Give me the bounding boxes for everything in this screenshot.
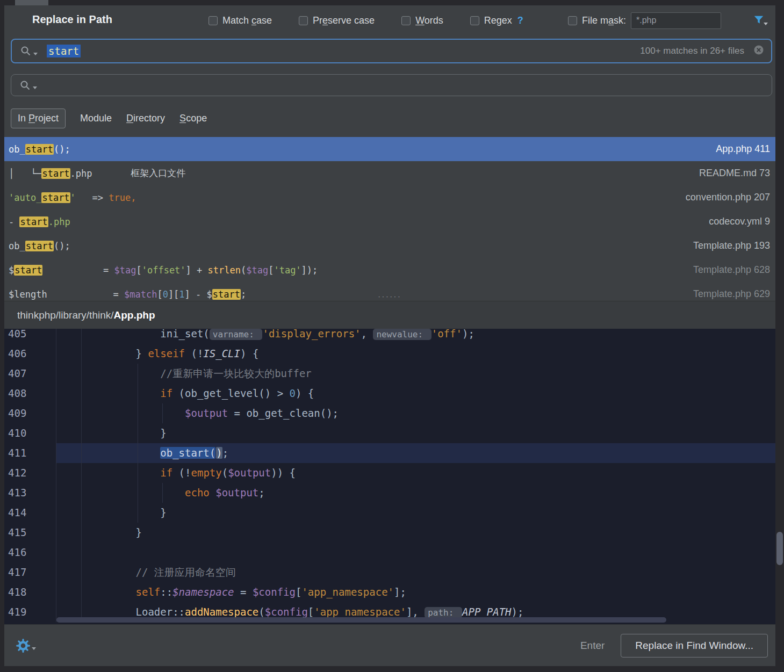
code-line[interactable]: 415 }	[4, 523, 775, 543]
line-number: 408	[4, 384, 56, 403]
code-segment	[87, 387, 160, 399]
line-number: 412	[4, 463, 56, 483]
result-row[interactable]: - start.phpcodecov.yml 9	[4, 209, 775, 234]
code-segment: elseif	[148, 348, 185, 359]
code-segment: if	[160, 387, 172, 399]
file-mask-checkbox[interactable]	[568, 16, 577, 25]
vertical-scrollbar[interactable]	[776, 532, 783, 565]
regex-help-icon[interactable]: ?	[517, 15, 523, 26]
code-segment: //重新申请一块比较大的buffer	[160, 367, 312, 379]
code-text: }	[82, 423, 775, 443]
result-row[interactable]: 'auto_start' => true,convention.php 207	[4, 185, 775, 209]
code-segment: empty	[191, 467, 222, 479]
code-segment: (!	[185, 348, 203, 359]
replace-field[interactable]	[11, 74, 772, 96]
code-segment	[87, 407, 185, 419]
code-segment: 'display_errors'	[262, 329, 361, 339]
code-line[interactable]: 411 ob_start();	[4, 443, 775, 463]
result-row[interactable]: ob_start();Template.php 193	[4, 234, 775, 258]
result-file-ref: README.md 73	[688, 168, 770, 179]
option-words[interactable]: Words	[401, 15, 443, 26]
code-segment: newvalue:	[373, 329, 431, 340]
code-segment	[87, 367, 160, 379]
code-segment: (	[222, 467, 228, 479]
option-regex[interactable]: Regex?	[470, 15, 523, 26]
code-segment: [	[308, 606, 314, 618]
filter-icon[interactable]	[753, 14, 769, 29]
settings-button[interactable]	[16, 639, 36, 653]
checkbox-match-case[interactable]	[208, 16, 218, 25]
code-line[interactable]: 418 self::$namespace = $config['app_name…	[4, 582, 775, 602]
replace-input-value[interactable]	[46, 85, 49, 86]
result-file-ref: Template.php 193	[682, 240, 770, 251]
file-mask-input[interactable]	[631, 12, 721, 29]
code-segment: APP_PATH	[462, 606, 512, 618]
code-line[interactable]: 405 ini_set(varname: 'display_errors', n…	[4, 329, 775, 344]
code-line[interactable]: 409 $output = ob_get_clean();	[4, 403, 775, 423]
code-segment: self	[136, 586, 161, 598]
checkbox-regex[interactable]	[470, 16, 479, 25]
code-segment: (	[258, 606, 264, 618]
option-match-case[interactable]: Match case	[208, 15, 272, 26]
gutter-strip	[56, 582, 82, 602]
code-segment: addNamespace	[185, 606, 258, 618]
code-line[interactable]: 417 // 注册应用命名空间	[4, 562, 775, 582]
code-segment: }	[87, 427, 167, 439]
horizontal-scrollbar[interactable]	[56, 617, 666, 623]
scope-tab-directory[interactable]: Directory	[126, 113, 165, 124]
code-text: $output = ob_get_clean();	[82, 403, 775, 423]
search-history-button[interactable]	[20, 45, 38, 57]
chevron-down-icon	[32, 647, 36, 650]
code-line[interactable]: 407 //重新申请一块比较大的buffer	[4, 364, 775, 384]
code-segment: [	[296, 586, 301, 598]
gutter-strip	[56, 364, 82, 384]
code-line[interactable]: 408 if (ob_get_level() > 0) {	[4, 384, 775, 403]
code-line[interactable]: 413 echo $output;	[4, 483, 775, 503]
match-count-label: 100+ matches in 26+ files	[640, 46, 744, 56]
match-highlight: start	[41, 168, 70, 179]
code-text: if (ob_get_level() > 0) {	[82, 384, 775, 403]
search-options: Match casePreserve caseWordsRegex?	[208, 5, 523, 35]
checkbox-preserve-case[interactable]	[299, 16, 308, 25]
scope-tab-module[interactable]: Module	[80, 113, 112, 124]
search-input-value[interactable]: start	[47, 45, 81, 57]
result-row[interactable]: $start = $tag['offset'] + strlen($tag['t…	[4, 258, 775, 282]
code-segment: ,	[361, 329, 373, 339]
code-line[interactable]: 412 if (!empty($output)) {	[4, 463, 775, 483]
search-field[interactable]: start 100+ matches in 26+ files	[11, 39, 772, 63]
code-segment: varname:	[210, 329, 263, 340]
code-line[interactable]: 410 }	[4, 423, 775, 443]
result-text-segment: $	[9, 265, 14, 276]
result-text-segment: ();	[54, 241, 70, 251]
code-segment	[87, 467, 160, 479]
clear-search-button[interactable]	[753, 45, 764, 57]
result-row[interactable]: │ └─start.php 框架入口文件README.md 73	[4, 161, 775, 185]
code-line[interactable]: 416	[4, 543, 775, 562]
option-preserve-case[interactable]: Preserve case	[299, 15, 375, 26]
line-number: 406	[4, 344, 56, 364]
scope-tab-scope[interactable]: Scope	[179, 113, 207, 124]
match-highlight: start	[19, 216, 48, 227]
gutter-strip	[56, 503, 82, 523]
result-file-ref: Template.php 628	[682, 264, 770, 276]
replace-in-find-window-button[interactable]: Replace in Find Window...	[621, 634, 768, 657]
code-line[interactable]: 406 } elseif (!IS_CLI) {	[4, 344, 775, 364]
code-segment: );	[462, 329, 474, 339]
dialog-footer: Enter Replace in Find Window...	[4, 624, 775, 666]
code-segment: ;	[222, 447, 228, 459]
replace-in-path-window: { "header": { "title": "Replace in Path"…	[0, 0, 784, 672]
chevron-down-icon	[33, 53, 38, 55]
result-row[interactable]: ob_start();App.php 411	[4, 137, 775, 161]
option-label: Regex	[484, 15, 512, 26]
option-label: Match case	[222, 15, 272, 26]
code-segment: ob_start(	[160, 447, 215, 459]
code-segment: }	[87, 526, 142, 538]
file-name: App.php	[114, 309, 155, 321]
splitter-handle[interactable]: ······	[4, 293, 775, 300]
line-number: 417	[4, 562, 56, 582]
scope-tab-in-project[interactable]: In Project	[11, 109, 66, 128]
chevron-down-icon	[764, 23, 768, 25]
code-line[interactable]: 414 }	[4, 503, 775, 523]
checkbox-words[interactable]	[401, 16, 411, 25]
replace-history-button[interactable]	[19, 80, 37, 91]
